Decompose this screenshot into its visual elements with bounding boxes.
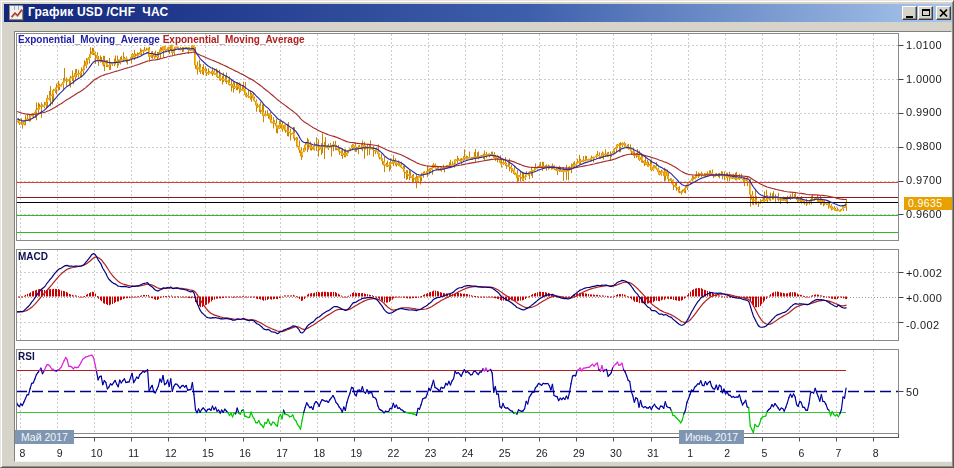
time-axis-day-label: 8 (873, 447, 879, 459)
time-axis-day-label: 22 (388, 447, 400, 459)
macd-axis-label: -0.002 (906, 319, 952, 331)
time-axis-day-label: 18 (313, 447, 325, 459)
time-axis-day-label: 8 (20, 447, 26, 459)
time-axis-day-label: 23 (425, 447, 437, 459)
month-badge: Июнь 2017 (679, 430, 744, 444)
time-axis-day-label: 12 (165, 447, 177, 459)
indicator-legend: Exponential_Moving_Average Exponential_M… (18, 34, 305, 45)
time-axis-day-label: 15 (202, 447, 214, 459)
time-axis-day-label: 19 (350, 447, 362, 459)
time-axis-day-label: 16 (239, 447, 251, 459)
time-axis-day-label: 26 (536, 447, 548, 459)
price-axis-label: 0.9900 (906, 106, 952, 118)
chart-window: График USD /CHF ЧАС Exponential_Moving_A… (0, 0, 954, 468)
time-axis-day-label: 29 (573, 447, 585, 459)
time-axis-day-label: 2 (724, 447, 730, 459)
macd-axis-label: +0.000 (906, 292, 952, 304)
macd-panel-label: MACD (18, 251, 48, 262)
time-axis-day-label: 31 (647, 447, 659, 459)
price-axis-label: 0.9600 (906, 208, 952, 220)
price-axis-label: 1.0000 (906, 73, 952, 85)
macd-axis-label: +0.002 (906, 267, 952, 279)
rsi-axis-label: 50 (906, 386, 952, 398)
time-axis-day-label: 10 (91, 447, 103, 459)
month-badge: Май 2017 (15, 430, 74, 444)
rsi-panel-label: RSI (18, 351, 35, 362)
time-axis-day-label: 30 (610, 447, 622, 459)
time-axis-day-label: 24 (462, 447, 474, 459)
time-axis-day-label: 25 (499, 447, 511, 459)
price-axis-label: 0.9800 (906, 140, 952, 152)
price-axis-label: 1.0100 (906, 39, 952, 51)
time-axis-day-label: 9 (57, 447, 63, 459)
price-chart-canvas[interactable] (1, 1, 954, 468)
price-axis-label: 0.9700 (906, 174, 952, 186)
time-axis-day-label: 11 (128, 447, 139, 459)
ema-slow-legend-label: Exponential_Moving_Average (163, 34, 305, 45)
time-axis-day-label: 1 (687, 447, 693, 459)
time-axis-day-label: 6 (798, 447, 804, 459)
ema-fast-legend-label: Exponential_Moving_Average (18, 34, 160, 45)
time-axis-day-label: 17 (276, 447, 288, 459)
time-axis-day-label: 7 (836, 447, 842, 459)
time-axis-day-label: 5 (761, 447, 767, 459)
